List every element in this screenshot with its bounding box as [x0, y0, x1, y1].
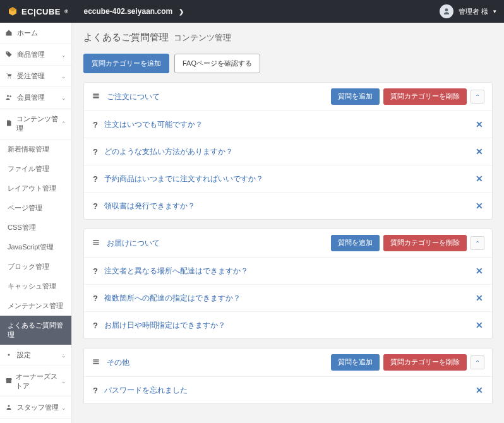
question-link[interactable]: 注文者と異なる場所へ配達はできますか？ — [104, 266, 248, 276]
sidebar-item-5[interactable]: 設定⌄ — [0, 345, 71, 366]
users-icon — [5, 93, 14, 102]
confirm-faq-button[interactable]: FAQページを確認する — [174, 54, 260, 73]
add-question-button[interactable]: 質問を追加 — [331, 88, 380, 105]
doc-icon — [5, 119, 13, 128]
sidebar-item-6[interactable]: オーナーズストア⌄ — [0, 366, 71, 397]
sidebar-subitem-6[interactable]: ブロック管理 — [0, 257, 71, 277]
svg-point-2 — [10, 77, 11, 78]
drag-handle-icon[interactable] — [92, 357, 100, 368]
question-mark-icon: ? — [93, 386, 98, 395]
question-row: ?予約商品はいつまでに注文すればいいですか？✕ — [84, 165, 492, 193]
expand-icon: ⌄ — [61, 405, 66, 411]
question-link[interactable]: どのような支払い方法がありますか？ — [104, 147, 233, 157]
avatar-icon — [440, 4, 453, 18]
svg-point-3 — [7, 95, 9, 97]
toolbar: 質問カテゴリーを追加 FAQページを確認する — [83, 54, 493, 73]
page-title: よくあるご質問管理 コンテンツ管理 — [83, 32, 493, 44]
delete-question-icon[interactable]: ✕ — [476, 320, 483, 330]
sidebar-subitem-1[interactable]: ファイル管理 — [0, 159, 71, 179]
question-mark-icon: ? — [93, 266, 98, 276]
logo[interactable]: EC|CUBE ® — [8, 6, 68, 16]
question-row: ?注文はいつでも可能ですか？✕ — [84, 111, 492, 138]
expand-icon: ⌃ — [61, 121, 66, 127]
collapse-toggle[interactable]: ⌃ — [471, 90, 484, 104]
logo-icon — [8, 6, 18, 16]
delete-category-button[interactable]: 質問カテゴリーを削除 — [383, 235, 467, 251]
sidebar-item-1[interactable]: 商品管理⌄ — [0, 44, 71, 66]
category-header: お届けについて質問を追加質問カテゴリーを削除⌃ — [84, 229, 492, 258]
gear-icon — [5, 351, 14, 360]
sidebar-item-8[interactable]: 情報⌄ — [0, 419, 71, 423]
question-mark-icon: ? — [93, 321, 98, 330]
delete-question-icon[interactable]: ✕ — [476, 146, 483, 157]
category-title[interactable]: お届けについて — [107, 238, 160, 249]
expand-icon: ⌄ — [61, 95, 66, 101]
collapse-toggle[interactable]: ⌃ — [471, 236, 484, 250]
drag-handle-icon[interactable] — [92, 238, 100, 249]
sidebar-item-label: オーナーズストア — [16, 372, 61, 391]
delete-question-icon[interactable]: ✕ — [476, 266, 483, 276]
category-header: ご注文について質問を追加質問カテゴリーを削除⌃ — [84, 83, 492, 111]
sidebar-item-4[interactable]: コンテンツ管理⌃ — [0, 109, 71, 140]
expand-icon: ⌄ — [61, 378, 66, 384]
delete-question-icon[interactable]: ✕ — [476, 201, 483, 211]
category-title[interactable]: ご注文について — [107, 92, 160, 102]
sidebar-item-label: 会員管理 — [17, 93, 45, 102]
sidebar-subitem-5[interactable]: JavaScript管理 — [0, 237, 71, 257]
question-link[interactable]: 注文はいつでも可能ですか？ — [104, 120, 203, 129]
sidebar-item-2[interactable]: 受注管理⌄ — [0, 66, 71, 87]
question-link[interactable]: パスワードを忘れました — [104, 386, 188, 395]
drag-handle-icon[interactable] — [92, 92, 100, 102]
sidebar-item-7[interactable]: スタッフ管理⌄ — [0, 397, 71, 419]
question-row: ?どのような支払い方法がありますか？✕ — [84, 138, 492, 165]
logo-text: EC|CUBE — [21, 7, 61, 16]
sidebar-subitem-8[interactable]: メンテナンス管理 — [0, 296, 71, 316]
add-category-button[interactable]: 質問カテゴリーを追加 — [83, 54, 169, 73]
staff-icon — [5, 403, 14, 412]
question-row: ?お届け日や時間指定はできますか？✕ — [84, 312, 492, 338]
category-card-0: ご注文について質問を追加質問カテゴリーを削除⌃?注文はいつでも可能ですか？✕?ど… — [83, 82, 493, 220]
question-mark-icon: ? — [93, 147, 98, 157]
svg-point-6 — [8, 405, 10, 407]
question-row: ?領収書は発行できますか？✕ — [84, 193, 492, 219]
sidebar-item-0[interactable]: ホーム — [0, 23, 71, 44]
collapse-toggle[interactable]: ⌃ — [471, 355, 484, 369]
delete-category-button[interactable]: 質問カテゴリーを削除 — [383, 88, 467, 105]
svg-point-1 — [8, 77, 9, 78]
sidebar-subitem-4[interactable]: CSS管理 — [0, 218, 71, 237]
expand-icon: ⌄ — [61, 352, 66, 359]
delete-question-icon[interactable]: ✕ — [476, 119, 483, 129]
question-link[interactable]: 複数箇所への配達の指定はできますか？ — [104, 294, 241, 303]
store-icon — [5, 377, 13, 386]
sidebar-subitem-2[interactable]: レイアウト管理 — [0, 179, 71, 198]
delete-question-icon[interactable]: ✕ — [476, 293, 483, 303]
sidebar-item-label: コンテンツ管理 — [16, 114, 61, 133]
chevron-right-icon: ❯ — [179, 8, 184, 15]
topbar-user[interactable]: 管理者 様 ▾ — [440, 4, 496, 18]
question-link[interactable]: 予約商品はいつまでに注文すればいいですか？ — [104, 174, 263, 184]
category-title[interactable]: その他 — [107, 357, 129, 368]
add-question-button[interactable]: 質問を追加 — [331, 354, 380, 371]
question-mark-icon: ? — [93, 120, 98, 129]
delete-category-button[interactable]: 質問カテゴリーを削除 — [383, 354, 467, 371]
sidebar-item-3[interactable]: 会員管理⌄ — [0, 87, 71, 109]
delete-question-icon[interactable]: ✕ — [476, 174, 483, 184]
sidebar-subitem-9[interactable]: よくあるご質問管理 — [0, 316, 71, 345]
svg-point-4 — [9, 95, 11, 97]
add-question-button[interactable]: 質問を追加 — [331, 235, 380, 251]
question-link[interactable]: お届け日や時間指定はできますか？ — [104, 321, 225, 330]
svg-point-0 — [7, 52, 8, 53]
question-link[interactable]: 領収書は発行できますか？ — [104, 201, 195, 211]
sidebar-subitem-7[interactable]: キャッシュ管理 — [0, 277, 71, 296]
sidebar-item-label: 受注管理 — [17, 71, 45, 81]
sidebar-subitem-3[interactable]: ページ管理 — [0, 198, 71, 218]
sidebar-subitem-0[interactable]: 新着情報管理 — [0, 140, 71, 159]
sidebar-item-label: 設定 — [17, 350, 31, 360]
domain-selector[interactable]: eccube-402.seiyaan.com ❯ — [83, 7, 183, 16]
question-row: ?複数箇所への配達の指定はできますか？✕ — [84, 285, 492, 312]
sidebar-item-label: ホーム — [17, 28, 38, 38]
question-mark-icon: ? — [93, 294, 98, 303]
delete-question-icon[interactable]: ✕ — [476, 385, 483, 395]
category-card-1: お届けについて質問を追加質問カテゴリーを削除⌃?注文者と異なる場所へ配達はできま… — [83, 229, 493, 339]
cart-icon — [5, 72, 14, 81]
